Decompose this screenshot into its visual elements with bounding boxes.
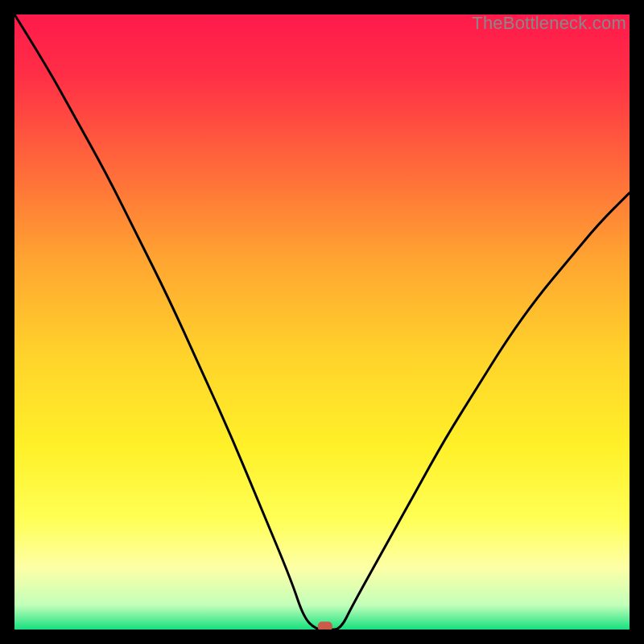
chart-frame: TheBottleneck.com xyxy=(14,14,630,630)
gradient-background xyxy=(14,14,630,630)
bottleneck-chart xyxy=(14,14,630,630)
watermark-text: TheBottleneck.com xyxy=(472,13,626,34)
optimal-marker xyxy=(318,621,332,630)
